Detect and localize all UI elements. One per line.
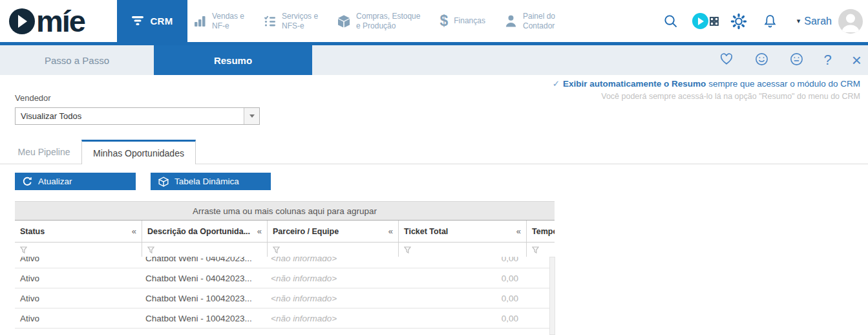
omie-logo[interactable]: míe xyxy=(9,6,85,37)
cell-partner: <não informado> xyxy=(267,294,398,303)
cell-ticket: 0,00 xyxy=(398,314,526,323)
nav-label-line2: NF-e xyxy=(212,21,229,30)
nav-right-icons: ▾ Sarah xyxy=(663,0,863,42)
notice-line[interactable]: ✓Exibir automaticamente o Resumo sempre … xyxy=(553,78,860,89)
user-menu[interactable]: ▾ Sarah xyxy=(797,16,832,27)
close-icon[interactable]: × xyxy=(852,52,862,69)
apps-icon[interactable] xyxy=(692,13,719,29)
tab-meu-pipeline[interactable]: Meu Pipeline xyxy=(6,140,81,164)
auto-show-notice: ✓Exibir automaticamente o Resumo sempre … xyxy=(553,78,860,101)
column-header-tempe[interactable]: Tempe xyxy=(526,221,555,242)
cell-description: Chatbot Weni - 04042023... xyxy=(142,257,267,263)
nav-label-line2: Contador xyxy=(523,21,555,30)
nav-item-vendas-nfe[interactable]: Vendas eNF-e xyxy=(194,12,244,31)
table-row[interactable]: Ativo Chatbot Weni - 10042023... <não in… xyxy=(15,288,555,308)
cell-partner: <não informado> xyxy=(267,314,398,323)
cell-status: Ativo xyxy=(15,257,142,263)
column-header-parceiro[interactable]: Parceiro / Equipe « xyxy=(267,221,398,242)
check-icon: ✓ xyxy=(553,79,560,89)
nav-item-servicos-nfse[interactable]: Serviços eNFS-e xyxy=(264,12,318,31)
person-icon xyxy=(505,15,517,27)
refresh-button[interactable]: Atualizar xyxy=(15,173,136,190)
column-header-status[interactable]: Status « xyxy=(15,221,142,242)
table-row[interactable]: Ativo Chatbot Weni - 04042023... <não in… xyxy=(15,257,555,268)
help-icon[interactable]: ? xyxy=(824,53,832,67)
tab-passo-a-passo[interactable]: Passo a Passo xyxy=(0,45,154,75)
filter-cell[interactable] xyxy=(142,243,267,257)
nav-item-financas[interactable]: $ Finanças xyxy=(439,14,485,28)
cube-outline-icon xyxy=(158,177,169,187)
cell-description: Chatbot Weni - 10042023... xyxy=(142,314,267,323)
cell-description: Chatbot Weni - 10042023... xyxy=(142,294,267,303)
refresh-label: Atualizar xyxy=(38,177,72,186)
cell-status: Ativo xyxy=(15,314,142,323)
tabbar-actions: ? × xyxy=(719,45,862,75)
smiley-happy-icon[interactable] xyxy=(754,52,769,69)
omie-logo-text: míe xyxy=(36,8,85,34)
collapse-column-icon[interactable]: « xyxy=(388,226,393,236)
top-navbar: míe CRM Vendas eNF-e Serviços eNFS-e xyxy=(0,0,868,42)
nav-label-line2: NFS-e xyxy=(282,21,304,30)
column-header-descricao[interactable]: Descrição da Oportunida... « xyxy=(142,221,267,242)
nav-label-line1: Vendas e xyxy=(212,12,244,21)
tab-resumo[interactable]: Resumo xyxy=(154,45,312,75)
nav-item-compras-estoque-producao[interactable]: Compras, Estoquee Produção xyxy=(337,12,420,31)
grid-body: Ativo Chatbot Weni - 04042023... <não in… xyxy=(15,257,555,335)
vendor-select[interactable]: Visualizar Todos xyxy=(15,107,260,125)
vertical-scrollbar[interactable] xyxy=(549,257,555,335)
checklist-icon xyxy=(264,16,276,27)
smiley-neutral-icon[interactable] xyxy=(789,52,804,69)
filter-funnel-icon xyxy=(404,246,411,254)
filter-cell[interactable] xyxy=(526,243,555,257)
collapse-column-icon[interactable]: « xyxy=(257,226,262,236)
filter-cell[interactable] xyxy=(15,243,142,257)
bell-icon[interactable] xyxy=(763,14,778,28)
nav-item-painel-contador[interactable]: Painel doContador xyxy=(505,12,555,31)
tab-minhas-oportunidades[interactable]: Minhas Oportunidades xyxy=(81,140,196,164)
filter-funnel-icon xyxy=(532,246,539,254)
chevron-down-icon xyxy=(249,114,255,118)
cell-description: Chatbot Weni - 04042023... xyxy=(142,274,267,283)
cell-status: Ativo xyxy=(15,294,142,303)
omie-play-icon xyxy=(9,8,35,34)
group-by-drop-zone[interactable]: Arraste uma ou mais colunas aqui para ag… xyxy=(15,201,555,221)
play-circle-icon xyxy=(692,13,708,29)
collapse-column-icon[interactable]: « xyxy=(516,226,521,236)
gear-icon[interactable] xyxy=(730,13,747,30)
nav-label-line1: Compras, Estoque xyxy=(356,12,420,21)
cell-partner: <não informado> xyxy=(267,257,398,263)
nav-label-line2: e Produção xyxy=(356,21,396,30)
filter-funnel-icon xyxy=(273,246,280,254)
bar-chart-icon xyxy=(194,16,206,27)
notice-subtext: Você poderá sempre acessá-lo lá na opção… xyxy=(553,92,860,101)
vendor-dropdown-button[interactable] xyxy=(244,108,259,124)
filter-cell[interactable] xyxy=(267,243,398,257)
opportunities-grid: Arraste uma ou mais colunas aqui para ag… xyxy=(15,201,555,335)
table-row[interactable]: Ativo Chatbot Weni - 04042023... <não in… xyxy=(15,268,555,288)
avatar[interactable] xyxy=(838,9,863,34)
vendor-value: Visualizar Todos xyxy=(16,111,244,121)
dollar-icon: $ xyxy=(439,14,448,28)
search-icon[interactable] xyxy=(663,14,678,28)
collapse-column-icon[interactable]: « xyxy=(132,226,136,236)
heart-icon[interactable] xyxy=(719,52,734,69)
cell-ticket: 0,00 xyxy=(398,294,526,303)
vendor-label: Vendedor xyxy=(15,93,51,103)
filter-funnel-icon xyxy=(20,246,27,254)
filter-cell[interactable] xyxy=(398,243,526,257)
nav-item-crm[interactable]: CRM xyxy=(117,0,187,42)
user-name: Sarah xyxy=(804,16,832,27)
cube-icon xyxy=(337,15,350,28)
crm-label: CRM xyxy=(150,16,173,27)
filter-funnel-icon xyxy=(147,246,154,254)
column-header-ticket[interactable]: Ticket Total « xyxy=(398,221,526,242)
cell-partner: <não informado> xyxy=(267,274,398,283)
nav-label-line1: Finanças xyxy=(454,16,485,25)
cell-status: Ativo xyxy=(15,274,142,283)
cell-ticket: 0,00 xyxy=(398,257,526,263)
grid-filter-row xyxy=(15,243,555,257)
pivot-table-label: Tabela Dinâmica xyxy=(175,177,239,186)
module-tabbar: Passo a Passo Resumo ? × xyxy=(0,45,868,75)
table-row[interactable]: Ativo Chatbot Weni - 10042023... <não in… xyxy=(15,308,555,329)
pivot-table-button[interactable]: Tabela Dinâmica xyxy=(151,173,271,190)
